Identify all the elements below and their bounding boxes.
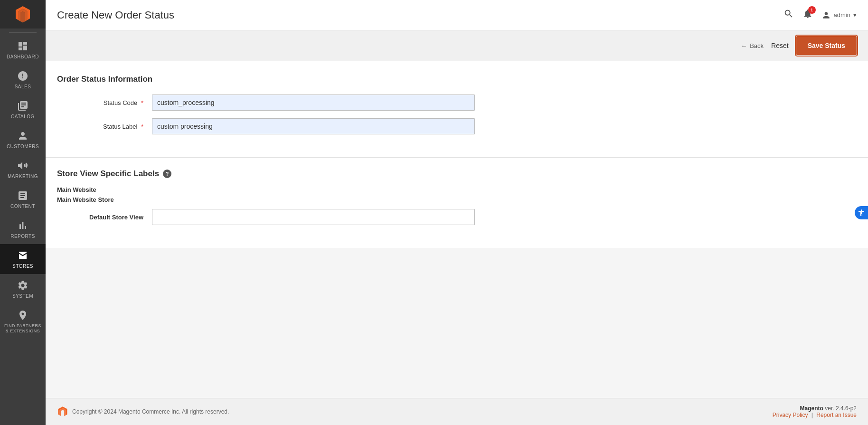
sidebar-item-customers-label: CUSTOMERS [7, 144, 39, 150]
sales-icon [17, 70, 28, 82]
page-title: Create New Order Status [57, 9, 174, 21]
default-store-view-row: Default Store View [57, 209, 857, 225]
sidebar-item-customers[interactable]: CUSTOMERS [0, 124, 46, 154]
status-label-required: * [141, 123, 143, 130]
sidebar-item-dashboard-label: DASHBOARD [7, 54, 39, 60]
store-section-title: Store View Specific Labels ? [57, 169, 857, 179]
status-label-row: Status Label * [57, 118, 857, 134]
report-issue-link[interactable]: Report an Issue [816, 412, 857, 418]
sidebar-item-reports-label: REPORTS [10, 234, 35, 239]
status-label-label: Status Label * [57, 123, 152, 130]
topbar-actions: 1 admin ▾ [783, 9, 857, 21]
sidebar-item-sales[interactable]: SALES [0, 65, 46, 94]
privacy-policy-link[interactable]: Privacy Policy [773, 412, 808, 418]
footer-magento-logo [57, 406, 68, 417]
admin-label: admin [834, 11, 850, 19]
main-website-store-label: Main Website Store [57, 196, 857, 203]
sidebar-divider [9, 32, 37, 33]
default-store-view-label: Default Store View [57, 214, 152, 221]
admin-user-menu[interactable]: admin ▾ [821, 10, 857, 20]
find-partners-icon [17, 310, 28, 321]
back-button[interactable]: ← Back [741, 42, 764, 49]
default-store-view-input[interactable] [152, 209, 475, 225]
footer-right: Magento ver. 2.4.6-p2 Privacy Policy | R… [773, 405, 857, 418]
status-label-input[interactable] [152, 118, 475, 134]
status-code-input[interactable] [152, 94, 475, 111]
notification-bell[interactable]: 1 [802, 9, 813, 21]
status-code-row: Status Code * [57, 94, 857, 111]
accessibility-button[interactable] [855, 206, 868, 219]
reports-icon [17, 220, 28, 231]
status-label-label-text: Status Label [103, 123, 137, 130]
admin-dropdown-icon: ▾ [853, 11, 857, 19]
magento-logo[interactable] [0, 0, 46, 28]
sidebar-item-content[interactable]: CONTENT [0, 184, 46, 214]
help-icon[interactable]: ? [163, 170, 171, 178]
catalog-icon [17, 100, 28, 112]
stores-icon [17, 250, 28, 261]
system-icon [17, 280, 28, 291]
footer-separator: | [811, 412, 813, 418]
sidebar-item-catalog[interactable]: CATALOG [0, 94, 46, 124]
main-content: Create New Order Status 1 admin [46, 0, 868, 425]
sidebar-item-reports[interactable]: REPORTS [0, 214, 46, 244]
sidebar-item-content-label: CONTENT [10, 204, 35, 209]
notification-count: 1 [808, 6, 816, 14]
sidebar-item-stores[interactable]: STORES [0, 244, 46, 274]
sidebar-item-find-partners[interactable]: FIND PARTNERS& EXTENSIONS [0, 304, 46, 339]
user-icon [821, 10, 831, 20]
order-status-form: Order Status Information Status Code * S… [46, 61, 868, 158]
back-arrow-icon: ← [741, 42, 747, 49]
search-svg [783, 9, 794, 19]
footer-copyright: Copyright © 2024 Magento Commerce Inc. A… [72, 408, 229, 415]
content-icon [17, 190, 28, 201]
magento-logo-icon [14, 5, 32, 23]
dashboard-icon [17, 40, 28, 52]
sidebar-item-marketing-label: MARKETING [8, 174, 38, 179]
search-icon[interactable] [783, 9, 794, 21]
store-section-title-text: Store View Specific Labels [57, 169, 159, 179]
main-website-label: Main Website [57, 186, 857, 193]
status-code-label: Status Code * [57, 99, 152, 106]
sidebar-item-system-label: SYSTEM [12, 293, 33, 299]
sidebar-item-stores-label: STORES [12, 264, 33, 269]
sidebar-item-sales-label: SALES [15, 84, 31, 90]
content-area: ← Back Reset Save Status Order Status In… [46, 30, 868, 398]
sidebar-item-dashboard[interactable]: DASHBOARD [0, 35, 46, 65]
customers-icon [17, 130, 28, 142]
footer: Copyright © 2024 Magento Commerce Inc. A… [46, 398, 868, 425]
store-view-section: Store View Specific Labels ? Main Websit… [46, 158, 868, 248]
sidebar-item-catalog-label: CATALOG [11, 114, 35, 120]
marketing-icon [17, 160, 28, 171]
form-section-title: Order Status Information [57, 75, 857, 84]
sidebar-item-find-partners-label: FIND PARTNERS& EXTENSIONS [4, 323, 41, 334]
status-code-required: * [141, 99, 143, 106]
default-store-view-label-text: Default Store View [89, 214, 143, 221]
topbar: Create New Order Status 1 admin [46, 0, 868, 30]
sidebar-item-system[interactable]: SYSTEM [0, 274, 46, 304]
footer-magento-label: Magento [800, 405, 823, 412]
footer-version: ver. 2.4.6-p2 [825, 405, 857, 412]
sidebar: DASHBOARD SALES CATALOG CUSTOMERS MARKET… [0, 0, 46, 425]
accessibility-icon [858, 209, 865, 217]
status-code-label-text: Status Code [104, 99, 138, 106]
save-status-button[interactable]: Save Status [796, 36, 857, 55]
back-label: Back [750, 42, 764, 49]
reset-button[interactable]: Reset [771, 42, 789, 49]
action-bar: ← Back Reset Save Status [46, 30, 868, 61]
footer-left: Copyright © 2024 Magento Commerce Inc. A… [57, 406, 229, 417]
sidebar-item-marketing[interactable]: MARKETING [0, 154, 46, 184]
